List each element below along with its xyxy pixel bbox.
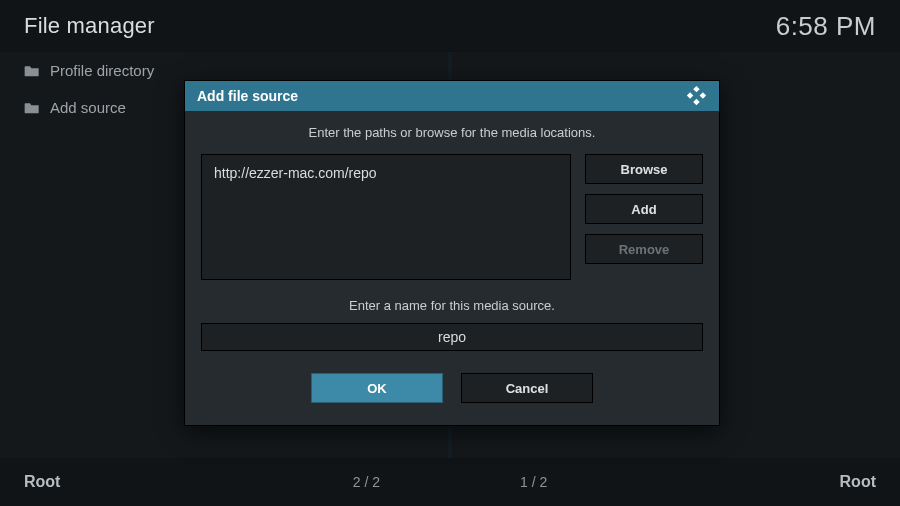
left-root-label: Root — [24, 473, 60, 491]
left-counter: 2 / 2 — [353, 474, 380, 490]
right-root-label: Root — [840, 473, 876, 491]
clock: 6:58 PM — [776, 11, 876, 42]
list-item-label: Profile directory — [50, 62, 154, 79]
folder-icon — [24, 64, 40, 78]
add-file-source-dialog: Add file source Enter the paths or brows… — [184, 80, 720, 426]
browse-button[interactable]: Browse — [585, 154, 703, 184]
cancel-button[interactable]: Cancel — [461, 373, 593, 403]
remove-button[interactable]: Remove — [585, 234, 703, 264]
list-item-label: Add source — [50, 99, 126, 116]
name-instruction: Enter a name for this media source. — [201, 298, 703, 313]
ok-button[interactable]: OK — [311, 373, 443, 403]
svg-rect-2 — [700, 92, 706, 98]
page-title: File manager — [24, 13, 155, 39]
dialog-title: Add file source — [197, 88, 298, 104]
path-input[interactable]: http://ezzer-mac.com/repo — [201, 154, 571, 280]
right-counter: 1 / 2 — [520, 474, 547, 490]
svg-rect-0 — [693, 86, 699, 92]
folder-icon — [24, 101, 40, 115]
name-input[interactable]: repo — [201, 323, 703, 351]
kodi-logo-icon — [685, 85, 707, 107]
svg-rect-3 — [693, 99, 699, 105]
add-button[interactable]: Add — [585, 194, 703, 224]
paths-instruction: Enter the paths or browse for the media … — [201, 125, 703, 140]
svg-rect-1 — [687, 92, 693, 98]
